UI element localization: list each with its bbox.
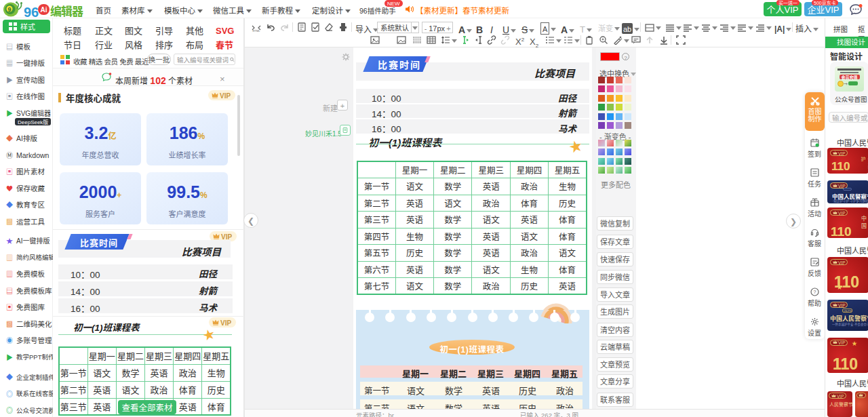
svg-text:?: ? bbox=[814, 288, 816, 295]
svg-text:9: 9 bbox=[7, 5, 11, 14]
svg-text:HTML: HTML bbox=[253, 28, 261, 33]
